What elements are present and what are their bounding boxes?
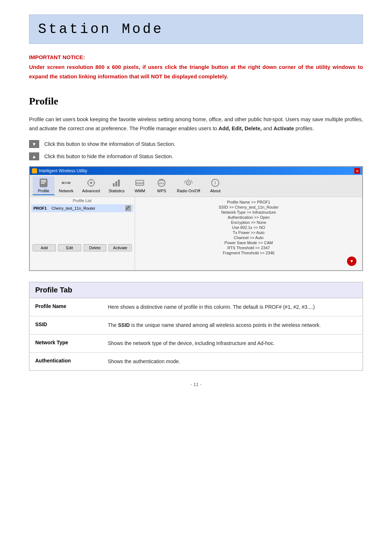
detail-use8021x: Use 802.1x >> NO	[139, 225, 358, 230]
profile-name-cell: PROF1	[33, 206, 52, 210]
detail-ssid: SSID >> Cherry_test_11n_Router	[139, 205, 358, 209]
toolbar-wps[interactable]: WPS WPS	[151, 176, 172, 195]
utility-titlebar: Intelligent Wireless Utiltiy ✕	[30, 167, 362, 175]
titlebar-left: Intelligent Wireless Utiltiy	[32, 168, 87, 173]
label-ssid: SSID	[29, 316, 102, 335]
arrow-down-icon: ▼	[29, 140, 39, 148]
desc-network-type: Shows the network type of the device, in…	[102, 335, 363, 353]
svg-text:WPS: WPS	[159, 182, 164, 185]
toolbar-profile[interactable]: Profile	[33, 176, 54, 195]
network-icon	[61, 178, 71, 188]
toolbar-statistics-label: Statistics	[109, 189, 124, 193]
show-button-indicator: ▼ Click this button to show the informat…	[29, 140, 363, 148]
utility-body: Profile List PROF1 Cherry_test_11n_Route…	[30, 197, 362, 270]
add-button[interactable]: Add	[33, 244, 56, 251]
hide-status-text: Click this button to hide the informatio…	[44, 153, 173, 159]
page-number: - 11 -	[29, 382, 363, 387]
toolbar-wmm-label: WMM	[135, 189, 145, 193]
important-notice: IMPORTANT NOTICE: Under screen resolutio…	[29, 54, 363, 81]
notice-text: Under screen resolution 800 x 600 pixels…	[29, 62, 363, 81]
profile-detail-panel: Profile Name >> PROF1 SSID >> Cherry_tes…	[135, 197, 362, 270]
svg-point-9	[90, 182, 92, 184]
profile-tab-table: Profile Name Here shows a distinctive na…	[29, 298, 363, 370]
utility-title: Intelligent Wireless Utiltiy	[39, 168, 87, 173]
label-profile-name: Profile Name	[29, 298, 102, 316]
svg-rect-6	[68, 182, 70, 184]
profile-tab-heading: Profile Tab	[29, 282, 363, 298]
edit-icon[interactable]	[125, 205, 131, 211]
detail-encryption: Encryption >> None	[139, 220, 358, 225]
edit-button[interactable]: Edit	[58, 244, 81, 251]
detail-network-type: Network Type >> Infrastructure	[139, 210, 358, 214]
profile-tab-section: Profile Tab Profile Name Here shows a di…	[29, 282, 363, 371]
detail-fragment-threshold: Fragment Threshold >> 2346	[139, 251, 358, 255]
svg-text:i: i	[215, 180, 216, 185]
profile-list-label: Profile List	[31, 198, 133, 203]
statistics-icon	[111, 178, 122, 188]
radio-icon	[183, 178, 193, 188]
table-row: Network Type Shows the network type of t…	[29, 335, 363, 353]
toolbar-wps-label: WPS	[157, 189, 166, 193]
arrow-up-icon: ▲	[29, 152, 39, 160]
toolbar-advanced[interactable]: Advanced	[78, 176, 104, 195]
svg-text:WMM: WMM	[136, 181, 144, 185]
page-title: Station Mode	[38, 21, 354, 37]
profile-description: Profile can let users book keeping the f…	[29, 115, 363, 133]
svg-rect-16	[118, 180, 120, 186]
toolbar-statistics[interactable]: Statistics	[104, 176, 129, 195]
table-row: Authentication Shows the authentication …	[29, 353, 363, 371]
svg-point-22	[188, 182, 189, 184]
desc-profile-name: Here shows a distinctive name of profile…	[102, 298, 363, 316]
show-status-text: Click this button to show the informatio…	[44, 141, 175, 147]
svg-rect-15	[115, 181, 117, 186]
detail-rts-threshold: RTS Threshold >> 2347	[139, 246, 358, 250]
label-authentication: Authentication	[29, 353, 102, 371]
detail-authentication: Authentication >> Open	[139, 215, 358, 219]
desc-authentication: Shows the authentication mode.	[102, 353, 363, 371]
profile-icon	[38, 178, 49, 188]
toolbar-network[interactable]: Network	[54, 176, 78, 195]
station-mode-header: Station Mode	[29, 15, 363, 44]
about-icon: i	[210, 178, 220, 188]
delete-button[interactable]: Delete	[83, 244, 107, 251]
wmm-icon: WMM	[135, 178, 145, 188]
utility-toolbar: Profile Network	[30, 175, 362, 197]
label-network-type: Network Type	[29, 335, 102, 353]
detail-power-save: Power Save Mode >> CAM	[139, 241, 358, 245]
svg-rect-3	[41, 183, 45, 184]
svg-rect-5	[62, 182, 64, 184]
close-button[interactable]: ✕	[354, 168, 360, 174]
toolbar-network-label: Network	[59, 189, 73, 193]
svg-rect-14	[113, 183, 115, 186]
detail-channel: Channel >> Auto	[139, 235, 358, 240]
toolbar-radio-label: Radio On/Off	[177, 189, 200, 193]
profile-actions: Add Edit Delete Activate	[31, 242, 133, 254]
profile-heading: Profile	[29, 95, 363, 107]
profile-list-panel: Profile List PROF1 Cherry_test_11n_Route…	[30, 197, 135, 270]
toolbar-about[interactable]: i About	[204, 176, 226, 195]
toolbar-about-label: About	[210, 189, 221, 193]
activate-button[interactable]: Activate	[109, 244, 132, 251]
toolbar-wmm[interactable]: WMM WMM	[129, 176, 151, 195]
desc-ssid: The SSID is the unique name shared among…	[102, 316, 363, 335]
advanced-icon	[86, 178, 96, 188]
hide-button-indicator: ▲ Click this button to hide the informat…	[29, 152, 363, 160]
detail-profile-name: Profile Name >> PROF1	[139, 200, 358, 204]
toolbar-radio[interactable]: Radio On/Off	[172, 176, 204, 195]
table-row: Profile Name Here shows a distinctive na…	[29, 298, 363, 316]
expand-button[interactable]: ▼	[347, 257, 356, 266]
table-row: SSID The SSID is the unique name shared …	[29, 316, 363, 335]
toolbar-profile-label: Profile	[38, 189, 49, 193]
svg-rect-7	[65, 182, 68, 184]
app-icon	[32, 168, 37, 173]
utility-window: Intelligent Wireless Utiltiy ✕ Profile	[29, 166, 363, 271]
notice-label: IMPORTANT NOTICE:	[29, 54, 363, 60]
profile-list-row[interactable]: PROF1 Cherry_test_11n_Router	[31, 204, 133, 212]
ssid-cell: Cherry_test_11n_Router	[52, 206, 125, 210]
toolbar-advanced-label: Advanced	[82, 189, 100, 193]
detail-tx-power: Tx Power >> Auto	[139, 230, 358, 235]
wps-icon: WPS	[156, 178, 167, 188]
svg-rect-1	[41, 180, 46, 181]
svg-rect-2	[41, 181, 46, 182]
